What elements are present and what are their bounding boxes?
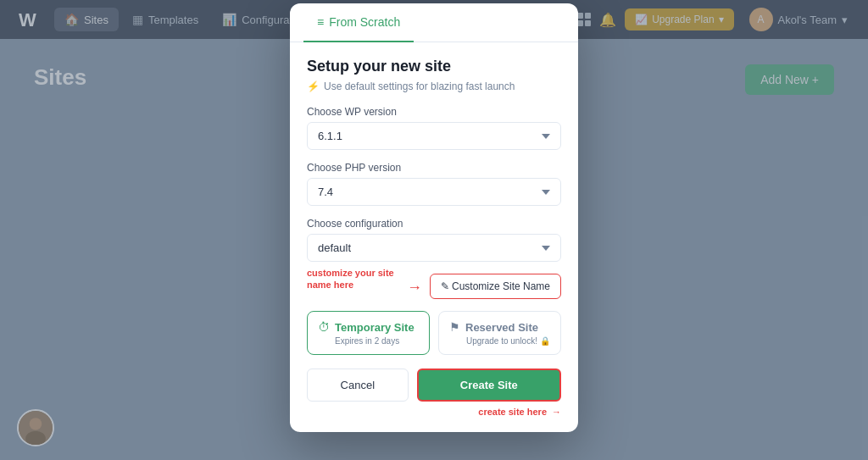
lightning-icon: ⚡ xyxy=(307,80,320,92)
config-group: Choose configuration default xyxy=(307,218,561,262)
modal-tabs: ≡ From Scratch xyxy=(290,3,578,42)
customize-site-name-button[interactable]: ✎ Customize Site Name xyxy=(430,274,561,299)
modal-overlay: ≡ From Scratch Setup your new site ⚡ Use… xyxy=(0,0,868,460)
wp-version-group: Choose WP version 6.1.1 xyxy=(307,106,561,150)
annotation-arrow-icon: → xyxy=(407,279,422,297)
wp-version-select[interactable]: 6.1.1 xyxy=(307,122,561,150)
create-site-button[interactable]: Create Site xyxy=(417,369,561,402)
wp-version-label: Choose WP version xyxy=(307,106,561,118)
temporary-site-name: Temporary Site xyxy=(335,321,415,334)
php-version-group: Choose PHP version 7.4 xyxy=(307,162,561,206)
php-version-select[interactable]: 7.4 xyxy=(307,178,561,206)
cancel-button[interactable]: Cancel xyxy=(307,369,409,402)
modal-actions: Cancel Create Site xyxy=(307,369,561,402)
site-type-row: ⏱ Temporary Site Expires in 2 days ⚑ Res… xyxy=(307,311,561,355)
create-annotation: create site here → xyxy=(307,407,561,417)
php-version-label: Choose PHP version xyxy=(307,162,561,174)
create-arrow-icon: → xyxy=(552,407,561,417)
reserved-site-card[interactable]: ⚑ Reserved Site Upgrade to unlock! 🔒 xyxy=(438,311,561,355)
config-select[interactable]: default xyxy=(307,234,561,262)
modal-body: Setup your new site ⚡ Use default settin… xyxy=(290,42,578,432)
customize-annotation: customize your site name here xyxy=(307,267,409,291)
modal: ≡ From Scratch Setup your new site ⚡ Use… xyxy=(290,3,578,432)
flag-icon: ⚑ xyxy=(449,320,460,334)
reserved-site-desc: Upgrade to unlock! 🔒 xyxy=(449,336,550,346)
clock-icon: ⏱ xyxy=(318,320,330,334)
reserved-site-name: Reserved Site xyxy=(465,321,538,334)
scratch-icon: ≡ xyxy=(317,15,324,29)
temporary-site-desc: Expires in 2 days xyxy=(318,336,419,346)
tab-from-scratch[interactable]: ≡ From Scratch xyxy=(303,3,414,42)
temporary-site-card[interactable]: ⏱ Temporary Site Expires in 2 days xyxy=(307,311,430,355)
config-label: Choose configuration xyxy=(307,218,561,230)
customize-row: customize your site name here → ✎ Custom… xyxy=(307,274,561,299)
modal-title: Setup your new site xyxy=(307,58,561,75)
modal-subtitle: ⚡ Use default settings for blazing fast … xyxy=(307,80,561,92)
